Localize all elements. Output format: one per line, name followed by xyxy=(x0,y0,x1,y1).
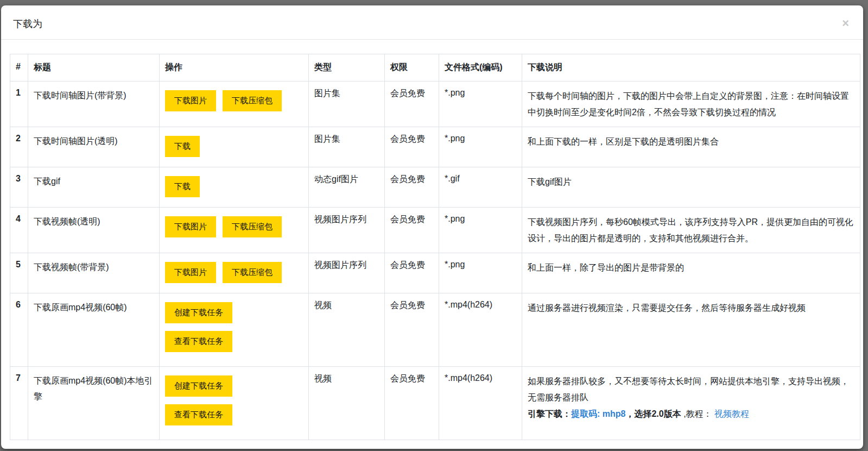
table-row: 1下载时间轴图片(带背景)下载图片下载压缩包图片集会员免费*.png下载每个时间… xyxy=(10,82,860,127)
row-title: 下载原画mp4视频(60帧)本地引擎 xyxy=(28,367,160,440)
row-type: 视频 xyxy=(309,367,385,440)
row-number: 6 xyxy=(10,293,28,367)
row-permission: 会员免费 xyxy=(385,127,439,167)
dialog-body: # 标题 操作 类型 权限 文件格式(编码) 下载说明 1下载时间轴图片(带背景… xyxy=(1,40,863,449)
row-permission: 会员免费 xyxy=(385,367,439,440)
row-title: 下载时间轴图片(透明) xyxy=(28,127,160,167)
row-description: 下载每个时间轴的图片，下载的图片中会带上自定义的背景图，注意：在时间轴设置中切换… xyxy=(528,91,849,117)
action-button[interactable]: 创建下载任务 xyxy=(165,375,232,397)
column-header-format: 文件格式(编码) xyxy=(439,54,522,82)
row-type: 视频图片序列 xyxy=(309,208,385,253)
row-number: 4 xyxy=(10,208,28,253)
action-button[interactable]: 下载图片 xyxy=(165,90,216,111)
table-row: 5下载视频帧(带背景)下载图片下载压缩包视频图片序列会员免费*.png和上面一样… xyxy=(10,253,860,293)
row-description: 下载视频图片序列，每秒60帧模式导出，该序列支持导入PR，提供更加自由的可视化设… xyxy=(528,217,853,243)
row-permission: 会员免费 xyxy=(385,82,439,127)
row-actions: 下载 xyxy=(160,127,309,167)
table-row: 6下载原画mp4视频(60帧)创建下载任务查看下载任务视频会员免费*.mp4(h… xyxy=(10,293,860,367)
row-description-cell: 和上面下载的一样，区别是下载的是透明图片集合 xyxy=(522,127,860,167)
table-row: 2下载时间轴图片(透明)下载图片集会员免费*.png和上面下载的一样，区别是下载… xyxy=(10,127,860,167)
row-number: 3 xyxy=(10,167,28,208)
action-button[interactable]: 创建下载任务 xyxy=(165,302,232,323)
action-button[interactable]: 查看下载任务 xyxy=(165,331,232,352)
row-description-cell: 和上面一样，除了导出的图片是带背景的 xyxy=(522,253,860,293)
table-row: 4下载视频帧(透明)下载图片下载压缩包视频图片序列会员免费*.png下载视频图片… xyxy=(10,208,860,253)
row-description-cell: 下载gif图片 xyxy=(522,167,860,208)
row-actions: 创建下载任务查看下载任务 xyxy=(160,367,309,440)
column-header-num: # xyxy=(10,54,28,82)
row-description: 和上面一样，除了导出的图片是带背景的 xyxy=(528,263,684,272)
row-number: 1 xyxy=(10,82,28,127)
action-button[interactable]: 下载 xyxy=(165,176,200,197)
row-type: 图片集 xyxy=(309,127,385,167)
row-permission: 会员免费 xyxy=(385,253,439,293)
row-description: 和上面下载的一样，区别是下载的是透明图片集合 xyxy=(528,137,719,146)
extraction-code-link[interactable]: 提取码: mhp8 xyxy=(571,409,625,418)
engine-download-line: 引擎下载：提取码: mhp8，选择2.0版本 ,教程： 视频教程 xyxy=(528,406,854,422)
column-header-type: 类型 xyxy=(309,54,385,82)
column-header-title: 标题 xyxy=(28,54,160,82)
row-title: 下载原画mp4视频(60帧) xyxy=(28,293,160,367)
row-description-cell: 通过服务器进行视频渲染，只需要提交任务，然后等待服务器生成好视频 xyxy=(522,293,860,367)
row-description-cell: 如果服务器排队较多，又不想要等待太长时间，网站提供本地引擎，支持导出视频，无需服… xyxy=(522,367,860,440)
row-number: 2 xyxy=(10,127,28,167)
action-button[interactable]: 下载 xyxy=(165,136,200,157)
table-row: 3下载gif下载动态gif图片会员免费*.gif下载gif图片 xyxy=(10,167,860,208)
table-body: 1下载时间轴图片(带背景)下载图片下载压缩包图片集会员免费*.png下载每个时间… xyxy=(10,82,860,440)
row-permission: 会员免费 xyxy=(385,208,439,253)
close-icon[interactable]: × xyxy=(842,17,849,29)
column-header-permission: 权限 xyxy=(385,54,439,82)
row-type: 视频图片序列 xyxy=(309,253,385,293)
row-format: *.mp4(h264) xyxy=(439,367,522,440)
row-type: 图片集 xyxy=(309,82,385,127)
column-header-actions: 操作 xyxy=(160,54,309,82)
row-format: *.png xyxy=(439,208,522,253)
downloads-table: # 标题 操作 类型 权限 文件格式(编码) 下载说明 1下载时间轴图片(带背景… xyxy=(10,54,860,440)
row-description: 如果服务器排队较多，又不想要等待太长时间，网站提供本地引擎，支持导出视频，无需服… xyxy=(528,377,849,402)
row-actions: 下载图片下载压缩包 xyxy=(160,208,309,253)
row-description-cell: 下载视频图片序列，每秒60帧模式导出，该序列支持导入PR，提供更加自由的可视化设… xyxy=(522,208,860,253)
row-description: 下载gif图片 xyxy=(528,177,572,186)
row-format: *.png xyxy=(439,82,522,127)
video-tutorial-link[interactable]: 视频教程 xyxy=(714,409,749,418)
row-format: *.png xyxy=(439,253,522,293)
row-title: 下载视频帧(透明) xyxy=(28,208,160,253)
row-permission: 会员免费 xyxy=(385,293,439,367)
tutorial-separator: ,教程： xyxy=(681,409,714,418)
row-actions: 创建下载任务查看下载任务 xyxy=(160,293,309,367)
row-description: 通过服务器进行视频渲染，只需要提交任务，然后等待服务器生成好视频 xyxy=(528,303,806,312)
row-title: 下载gif xyxy=(28,167,160,208)
download-dialog: 下载为 × # 标题 操作 类型 权限 文件格式(编码) 下载说明 1下载时间轴… xyxy=(1,5,863,449)
action-button[interactable]: 下载压缩包 xyxy=(223,216,282,237)
dialog-title: 下载为 xyxy=(13,17,42,30)
row-format: *.gif xyxy=(439,167,522,208)
row-description-cell: 下载每个时间轴的图片，下载的图片中会带上自定义的背景图，注意：在时间轴设置中切换… xyxy=(522,82,860,127)
row-permission: 会员免费 xyxy=(385,167,439,208)
row-actions: 下载图片下载压缩包 xyxy=(160,82,309,127)
engine-version-note: ，选择2.0版本 xyxy=(625,409,681,418)
action-button[interactable]: 下载压缩包 xyxy=(223,90,282,111)
row-title: 下载视频帧(带背景) xyxy=(28,253,160,293)
row-number: 7 xyxy=(10,367,28,440)
row-type: 视频 xyxy=(309,293,385,367)
row-format: *.png xyxy=(439,127,522,167)
table-row: 7下载原画mp4视频(60帧)本地引擎创建下载任务查看下载任务视频会员免费*.m… xyxy=(10,367,860,440)
dialog-header: 下载为 × xyxy=(1,5,863,40)
row-number: 5 xyxy=(10,253,28,293)
action-button[interactable]: 查看下载任务 xyxy=(165,404,232,425)
row-actions: 下载图片下载压缩包 xyxy=(160,253,309,293)
row-type: 动态gif图片 xyxy=(309,167,385,208)
row-title: 下载时间轴图片(带背景) xyxy=(28,82,160,127)
row-format: *.mp4(h264) xyxy=(439,293,522,367)
action-button[interactable]: 下载压缩包 xyxy=(223,262,282,283)
action-button[interactable]: 下载图片 xyxy=(165,262,216,283)
action-button[interactable]: 下载图片 xyxy=(165,216,216,237)
table-header-row: # 标题 操作 类型 权限 文件格式(编码) 下载说明 xyxy=(10,54,860,82)
column-header-description: 下载说明 xyxy=(522,54,860,82)
engine-download-label: 引擎下载： xyxy=(528,409,571,418)
row-actions: 下载 xyxy=(160,167,309,208)
